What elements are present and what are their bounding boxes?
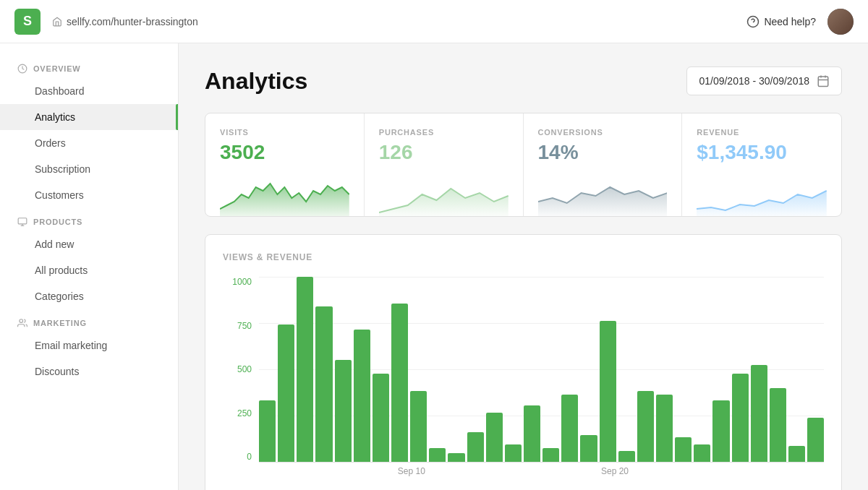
bar-3 xyxy=(315,306,332,462)
url-text: sellfy.com/hunter-brassington xyxy=(67,16,198,27)
bar-13 xyxy=(505,444,522,462)
stat-card-conversions: CONVERSIONS 14% xyxy=(524,113,683,216)
conversions-sparkline xyxy=(538,173,668,216)
bar-24 xyxy=(712,400,729,462)
page-header: Analytics 01/09/2018 - 30/09/2018 xyxy=(205,66,842,95)
marketing-section-label: MARKETING xyxy=(0,309,178,332)
url-bar: sellfy.com/hunter-brassington xyxy=(52,16,198,27)
visits-value: 3502 xyxy=(220,141,349,164)
conversions-label: CONVERSIONS xyxy=(538,128,668,137)
home-icon xyxy=(52,17,62,27)
x-label-sep20: Sep 20 xyxy=(601,466,629,476)
products-section-label: PRODUCTS xyxy=(0,208,178,231)
bar-17 xyxy=(580,435,597,462)
sidebar-item-customers[interactable]: Customers xyxy=(0,182,178,208)
conversions-value: 14% xyxy=(538,141,668,164)
visits-label: VISITS xyxy=(220,128,349,137)
avatar[interactable] xyxy=(827,9,854,35)
bar-5 xyxy=(354,330,370,462)
sidebar: OVERVIEW Dashboard Analytics Orders Subs… xyxy=(0,43,179,490)
chart-y-axis: 1000 750 500 250 0 xyxy=(223,277,252,479)
topbar: S sellfy.com/hunter-brassington Need hel… xyxy=(0,0,868,43)
y-label-750: 750 xyxy=(223,321,252,331)
stat-card-purchases: PURCHASES 126 xyxy=(365,113,524,216)
products-icon xyxy=(17,217,27,227)
y-label-500: 500 xyxy=(223,364,252,374)
y-label-0: 0 xyxy=(223,452,252,462)
bar-6 xyxy=(373,374,389,462)
bar-27 xyxy=(770,388,786,462)
stat-card-revenue: REVENUE $1,345.90 xyxy=(682,113,841,216)
main-content: Analytics 01/09/2018 - 30/09/2018 VISITS… xyxy=(179,43,868,490)
bar-26 xyxy=(751,365,767,462)
page-title: Analytics xyxy=(205,68,307,95)
bar-1 xyxy=(278,324,294,462)
bar-16 xyxy=(561,395,578,462)
chart-x-axis: Sep 10 Sep 20 xyxy=(259,462,824,479)
sidebar-item-orders[interactable]: Orders xyxy=(0,130,178,156)
stat-cards: VISITS 3502 PURCHASES 126 xyxy=(205,113,842,217)
purchases-sparkline xyxy=(379,173,509,216)
stat-card-visits: VISITS 3502 xyxy=(205,113,365,216)
sidebar-item-email-marketing[interactable]: Email marketing xyxy=(0,332,178,358)
bar-22 xyxy=(675,437,692,462)
bar-11 xyxy=(467,432,484,462)
help-button[interactable]: Need help? xyxy=(746,15,816,28)
bar-23 xyxy=(694,444,710,462)
bar-20 xyxy=(637,391,654,462)
bar-10 xyxy=(448,453,464,462)
sidebar-item-discounts[interactable]: Discounts xyxy=(0,358,178,384)
date-picker[interactable]: 01/09/2018 - 30/09/2018 xyxy=(686,66,842,95)
marketing-icon xyxy=(17,318,27,328)
revenue-label: REVENUE xyxy=(697,128,827,137)
bar-14 xyxy=(524,405,540,462)
bar-4 xyxy=(335,360,352,462)
bar-0 xyxy=(259,400,276,462)
revenue-sparkline xyxy=(697,173,827,216)
sidebar-item-add-new[interactable]: Add new xyxy=(0,231,178,257)
y-label-1000: 1000 xyxy=(223,277,252,287)
bar-25 xyxy=(732,374,749,462)
bar-7 xyxy=(391,304,408,462)
sidebar-item-all-products[interactable]: All products xyxy=(0,257,178,283)
overview-section-label: OVERVIEW xyxy=(0,55,178,78)
purchases-value: 126 xyxy=(379,141,509,164)
help-icon xyxy=(746,15,760,28)
overview-icon xyxy=(17,64,27,74)
sidebar-item-subscription[interactable]: Subscription xyxy=(0,156,178,182)
visits-sparkline xyxy=(220,173,349,216)
bar-12 xyxy=(486,413,503,462)
date-range-text: 01/09/2018 - 30/09/2018 xyxy=(699,75,809,87)
sidebar-item-analytics[interactable]: Analytics xyxy=(0,104,178,130)
bar-18 xyxy=(600,321,616,462)
chart-section: VIEWS & REVENUE 1000 750 500 250 0 xyxy=(205,234,842,490)
sidebar-item-categories[interactable]: Categories xyxy=(0,283,178,309)
bar-19 xyxy=(618,451,635,462)
purchases-label: PURCHASES xyxy=(379,128,509,137)
logo-letter: S xyxy=(23,14,32,29)
help-label: Need help? xyxy=(764,16,816,27)
chart-container: 1000 750 500 250 0 xyxy=(223,277,824,479)
layout: OVERVIEW Dashboard Analytics Orders Subs… xyxy=(0,43,868,490)
chart-body: Sep 10 Sep 20 xyxy=(259,277,824,479)
bar-28 xyxy=(788,446,805,462)
sidebar-item-dashboard[interactable]: Dashboard xyxy=(0,78,178,104)
revenue-value: $1,345.90 xyxy=(697,141,827,164)
logo[interactable]: S xyxy=(14,9,41,35)
topbar-right: Need help? xyxy=(746,9,854,35)
y-label-250: 250 xyxy=(223,408,252,418)
calendar-icon xyxy=(817,74,830,87)
svg-point-6 xyxy=(20,319,23,323)
svg-rect-3 xyxy=(18,218,27,224)
bar-2 xyxy=(297,277,313,462)
bars-container xyxy=(259,277,824,462)
bar-15 xyxy=(542,448,559,463)
avatar-image xyxy=(827,9,854,35)
x-label-sep10: Sep 10 xyxy=(398,466,425,476)
bar-8 xyxy=(410,391,427,462)
bar-9 xyxy=(429,448,446,463)
chart-title: VIEWS & REVENUE xyxy=(223,252,824,262)
bar-21 xyxy=(656,395,673,462)
bar-29 xyxy=(807,418,824,462)
svg-rect-7 xyxy=(818,77,828,87)
